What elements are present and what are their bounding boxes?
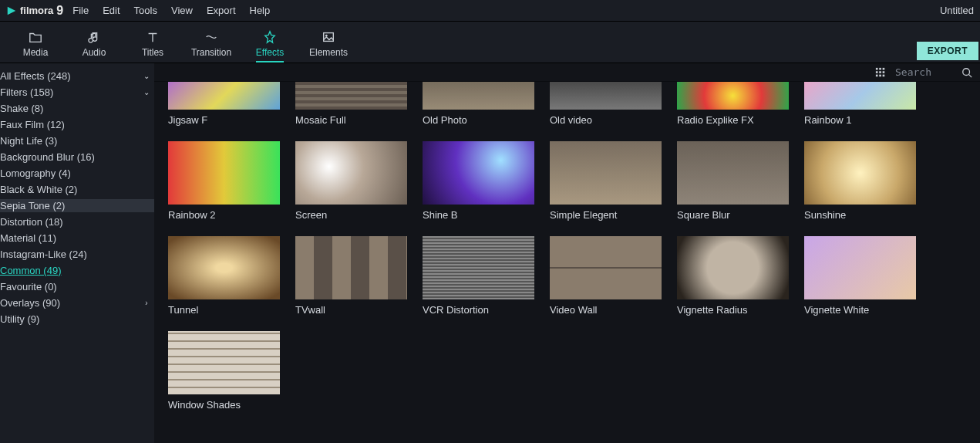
tool-elements[interactable]: Elements	[299, 30, 358, 63]
effect-card[interactable]: Shine B	[423, 141, 534, 221]
tree-item[interactable]: Material (11)	[0, 232, 154, 245]
svg-rect-8	[876, 74, 878, 76]
tree-item-label: Overlays (90)	[0, 297, 139, 309]
effect-card[interactable]: Simple Elegent	[550, 141, 662, 221]
text-icon	[146, 30, 160, 44]
tree-item-label: All Effects (248)	[0, 70, 139, 82]
tool-media[interactable]: Media	[6, 30, 65, 63]
effect-thumbnail	[550, 141, 662, 205]
effect-card[interactable]: Vignette Radius	[677, 236, 789, 316]
svg-rect-5	[876, 71, 878, 73]
effect-card[interactable]: Square Blur	[677, 141, 789, 221]
effect-card[interactable]: Rainbow 2	[168, 141, 280, 221]
tool-label: Media	[23, 47, 49, 58]
project-title: Untitled	[940, 5, 974, 16]
svg-rect-0	[324, 33, 334, 42]
tree-item[interactable]: Favourite (0)	[0, 280, 154, 293]
effect-card[interactable]: Mosaic Full	[295, 82, 407, 126]
app-logo: filmora9	[6, 4, 63, 18]
effect-card[interactable]: Rainbow 1	[804, 82, 916, 126]
menu-tools[interactable]: Tools	[134, 5, 157, 16]
folder-icon	[29, 30, 42, 44]
tool-transition[interactable]: Transition	[182, 30, 241, 63]
effect-label: Mosaic Full	[295, 114, 407, 126]
effect-thumbnail	[423, 82, 534, 110]
effect-card[interactable]: Old Photo	[423, 82, 534, 126]
tool-label: Effects	[256, 47, 284, 63]
effect-label: Vignette Radius	[677, 304, 789, 316]
logo-text: filmora	[20, 5, 53, 16]
tree-item-label: Instagram-Like (24)	[0, 249, 154, 260]
effect-thumbnail	[423, 141, 534, 205]
effect-label: Simple Elegent	[550, 209, 662, 221]
main-area: All Effects (248)⌄Filters (158)⌄Shake (8…	[0, 63, 980, 443]
effect-card[interactable]: Tunnel	[168, 236, 280, 316]
effect-label: Screen	[295, 209, 407, 221]
effect-thumbnail	[295, 236, 407, 299]
search-wrap	[895, 66, 972, 78]
tree-item[interactable]: Utility (9)	[0, 313, 154, 326]
tree-item[interactable]: Instagram-Like (24)	[0, 248, 154, 261]
svg-rect-9	[879, 74, 881, 76]
tree-item[interactable]: Common (49)	[0, 264, 154, 277]
effect-card[interactable]: TVwall	[295, 236, 407, 316]
tree-item-label: Utility (9)	[0, 313, 154, 325]
effect-card[interactable]: Sunshine	[804, 141, 916, 221]
tree-item[interactable]: Overlays (90)›	[0, 296, 154, 309]
menu-file[interactable]: File	[72, 5, 89, 16]
tree-item[interactable]: Faux Film (12)	[0, 118, 154, 131]
effect-label: Sunshine	[804, 209, 916, 221]
tree-item[interactable]: Lomography (4)	[0, 167, 154, 180]
grid-view-icon[interactable]	[875, 67, 886, 78]
toolbar: MediaAudioTitlesTransitionEffectsElement…	[0, 22, 980, 63]
tool-effects[interactable]: Effects	[241, 30, 299, 63]
effect-card[interactable]: Jigsaw F	[168, 82, 280, 126]
search-input[interactable]	[895, 66, 957, 78]
effects-grid: Jigsaw FMosaic FullOld PhotoOld videoRad…	[154, 82, 980, 443]
tree-item[interactable]: Filters (158)⌄	[0, 86, 154, 99]
tree-item[interactable]: All Effects (248)⌄	[0, 69, 154, 83]
tool-label: Audio	[83, 47, 106, 58]
logo-version: 9	[56, 4, 63, 18]
effect-card[interactable]: Old video	[550, 82, 662, 126]
search-icon[interactable]	[961, 67, 972, 78]
menu-help[interactable]: Help	[250, 5, 271, 16]
menu-view[interactable]: View	[171, 5, 193, 16]
menu-edit[interactable]: Edit	[103, 5, 120, 16]
tree-item[interactable]: Black & White (2)	[0, 183, 154, 196]
svg-rect-2	[876, 67, 878, 69]
tree-item-label: Shake (8)	[0, 103, 154, 114]
tool-titles[interactable]: Titles	[123, 30, 182, 63]
tree-item[interactable]: Background Blur (16)	[0, 150, 154, 164]
tree-item-label: Distortion (18)	[0, 216, 154, 228]
menu-export[interactable]: Export	[207, 5, 236, 16]
image-icon	[322, 30, 335, 44]
tree-item[interactable]: Sepia Tone (2)	[0, 199, 154, 212]
effect-card[interactable]: Radio Explike FX	[677, 82, 789, 126]
effect-thumbnail	[295, 141, 407, 205]
effect-thumbnail	[550, 82, 662, 110]
chevron-right-icon[interactable]: ›	[139, 299, 154, 307]
content-header	[154, 63, 980, 82]
export-button[interactable]: EXPORT	[917, 42, 978, 60]
effect-card[interactable]: Window Shades	[168, 331, 280, 411]
chevron-down-icon[interactable]: ⌄	[139, 88, 154, 96]
effect-label: Jigsaw F	[168, 114, 280, 126]
svg-rect-4	[883, 67, 885, 69]
tool-audio[interactable]: Audio	[65, 30, 123, 63]
effect-card[interactable]: Screen	[295, 141, 407, 221]
effect-thumbnail	[677, 141, 789, 205]
effect-card[interactable]: Vignette White	[804, 236, 916, 316]
tree-item[interactable]: Shake (8)	[0, 102, 154, 115]
svg-point-11	[963, 68, 970, 75]
effect-thumbnail	[550, 236, 662, 299]
tree-item-label: Sepia Tone (2)	[0, 200, 154, 211]
tree-item[interactable]: Night Life (3)	[0, 134, 154, 147]
effect-thumbnail	[804, 236, 916, 299]
tree-item[interactable]: Distortion (18)	[0, 215, 154, 228]
transition-icon	[204, 30, 218, 44]
effect-card[interactable]: Video Wall	[550, 236, 662, 316]
effect-card[interactable]: VCR Distortion	[423, 236, 534, 316]
effect-label: Tunnel	[168, 304, 280, 316]
chevron-down-icon[interactable]: ⌄	[139, 72, 154, 80]
